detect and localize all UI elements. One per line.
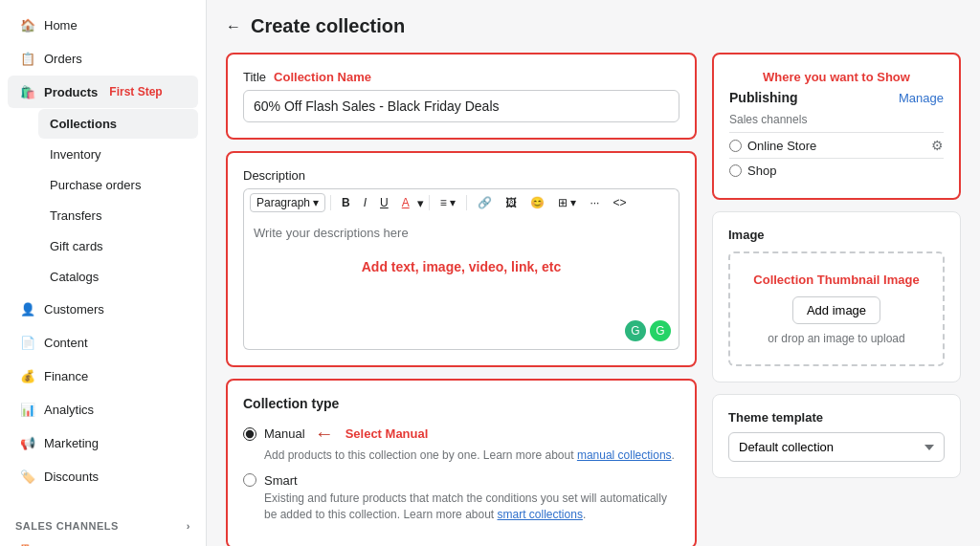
align-button[interactable]: ≡ ▾: [434, 193, 461, 212]
back-button[interactable]: ←: [226, 18, 241, 35]
sidebar-item-finance[interactable]: 💰 Finance: [8, 360, 198, 392]
paragraph-select[interactable]: Paragraph ▾: [250, 193, 325, 212]
where-show-label: Where you want to Show: [729, 70, 944, 84]
sidebar-item-analytics[interactable]: 📊 Analytics: [8, 393, 198, 426]
online-store-channel-name: Online Store: [747, 139, 816, 153]
sidebar-item-marketing[interactable]: 📢 Marketing: [8, 426, 198, 459]
sidebar-item-transfers[interactable]: Transfers: [38, 201, 198, 230]
sidebar-item-catalogs[interactable]: Catalogs: [38, 262, 198, 292]
collection-name-annotation: Collection Name: [274, 70, 371, 84]
underline-button[interactable]: U: [374, 193, 394, 212]
sidebar-item-purchase-orders[interactable]: Purchase orders: [38, 170, 198, 200]
customers-icon: 👤: [19, 300, 36, 317]
first-step-label: First Step: [109, 85, 162, 98]
title-input[interactable]: [243, 90, 679, 122]
theme-card: Theme template Default collectionCustom …: [712, 394, 961, 478]
shop-channel-name: Shop: [747, 164, 776, 178]
discounts-icon: 🏷️: [19, 468, 36, 485]
manage-link[interactable]: Manage: [899, 91, 944, 105]
image-upload-area[interactable]: Collection Thumbnail Image Add image or …: [728, 251, 945, 366]
main-content: ← Create collection Title Collection Nam…: [207, 0, 980, 546]
chevron-icon: ▾: [417, 196, 424, 210]
collection-type-card: Collection type Manual ← Select Manual A…: [226, 379, 697, 546]
channel-settings-icon: ⚙: [931, 138, 944, 153]
editor-placeholder: Write your descriptions here: [254, 226, 669, 240]
online-store-channel-radio[interactable]: [729, 140, 742, 152]
title-card: Title Collection Name: [226, 53, 697, 140]
orders-icon: 📋: [19, 50, 36, 67]
expand-icon: ›: [187, 520, 190, 532]
code-button[interactable]: <>: [607, 193, 632, 212]
collection-type-title: Collection type: [243, 396, 679, 411]
sidebar-item-products[interactable]: 🛍️ Products First Step: [8, 76, 198, 108]
editor-add-text-label: Add text, image, video, link, etc: [254, 259, 669, 274]
publishing-card: Where you want to Show Publishing Manage…: [712, 53, 961, 200]
editor-icons: G G: [625, 320, 671, 341]
page-header: ← Create collection: [226, 15, 961, 37]
separator3: [466, 195, 467, 210]
image-button[interactable]: 🖼: [500, 193, 523, 212]
sidebar-item-collections[interactable]: Collections: [38, 109, 198, 139]
sidebar-item-home[interactable]: 🏠 Home: [8, 9, 198, 41]
content-icon: 📄: [19, 334, 36, 351]
smart-radio[interactable]: [243, 473, 256, 487]
sidebar: 🏠 Home 📋 Orders 🛍️ Products First Step C…: [0, 0, 207, 546]
smart-link[interactable]: smart collections: [498, 508, 583, 521]
select-manual-annotation: Select Manual: [345, 426, 429, 441]
manual-label: Manual: [264, 426, 305, 441]
separator2: [429, 195, 430, 210]
drop-text: or drop an image to upload: [749, 332, 924, 345]
title-label: Title Collection Name: [243, 70, 679, 84]
sidebar-item-content[interactable]: 📄 Content: [8, 326, 198, 359]
page-title: Create collection: [251, 15, 405, 37]
separator: [330, 195, 331, 210]
products-icon: 🛍️: [19, 83, 36, 100]
shop-channel-radio[interactable]: [729, 164, 742, 177]
manual-desc: Add products to this collection one by o…: [243, 448, 679, 464]
description-label: Description: [243, 168, 679, 183]
link-button[interactable]: 🔗: [472, 193, 498, 212]
whatsapp-icon: G: [650, 320, 671, 341]
table-button[interactable]: ⊞ ▾: [552, 193, 582, 212]
publishing-title: Publishing: [729, 90, 798, 105]
arrow-icon: ←: [315, 423, 334, 445]
manual-link[interactable]: manual collections: [577, 448, 672, 462]
editor-toolbar: Paragraph ▾ B I U A ▾ ≡ ▾ 🔗 🖼: [243, 188, 679, 216]
online-store-icon: 🏪: [19, 542, 36, 546]
thumbnail-label: Collection Thumbnail Image: [749, 273, 924, 287]
chevron-down-icon: ▾: [313, 196, 319, 209]
sidebar-item-inventory[interactable]: Inventory: [38, 140, 198, 169]
image-card: Image Collection Thumbnail Image Add ima…: [712, 211, 961, 382]
grammarly-icon: G: [625, 320, 646, 341]
home-icon: 🏠: [19, 16, 36, 33]
sidebar-item-orders[interactable]: 📋 Orders: [8, 42, 198, 75]
font-color-button[interactable]: A: [396, 193, 415, 212]
marketing-icon: 📢: [19, 434, 36, 451]
sidebar-item-discounts[interactable]: 🏷️ Discounts: [8, 460, 198, 492]
analytics-icon: 📊: [19, 401, 36, 418]
theme-title: Theme template: [728, 410, 945, 425]
shop-channel: Shop: [729, 158, 944, 183]
sales-channels-label: Sales channels: [729, 113, 944, 126]
sidebar-item-online-store[interactable]: 🏪 Online Store: [8, 535, 198, 546]
smart-option: Smart Existing and future products that …: [243, 473, 679, 523]
theme-select[interactable]: Default collectionCustom template 1: [728, 432, 945, 462]
sales-channels-section[interactable]: Sales channels ›: [4, 514, 202, 534]
manual-radio[interactable]: [243, 427, 256, 441]
online-store-channel: Online Store ⚙: [729, 132, 944, 158]
more-button[interactable]: ···: [584, 193, 605, 212]
sidebar-item-gift-cards[interactable]: Gift cards: [38, 231, 198, 261]
italic-button[interactable]: I: [358, 193, 372, 212]
manual-option: Manual ← Select Manual Add products to t…: [243, 423, 679, 464]
emoji-button[interactable]: 😊: [524, 193, 550, 212]
description-card: Description Paragraph ▾ B I U A ▾ ≡ ▾: [226, 151, 697, 367]
sidebar-item-customers[interactable]: 👤 Customers: [8, 293, 198, 325]
smart-label: Smart: [264, 473, 298, 488]
add-image-button[interactable]: Add image: [792, 296, 880, 324]
editor-body[interactable]: Write your descriptions here Add text, i…: [243, 216, 679, 350]
bold-button[interactable]: B: [336, 193, 356, 212]
smart-desc: Existing and future products that match …: [243, 491, 679, 523]
image-title: Image: [728, 228, 945, 242]
finance-icon: 💰: [19, 367, 36, 384]
